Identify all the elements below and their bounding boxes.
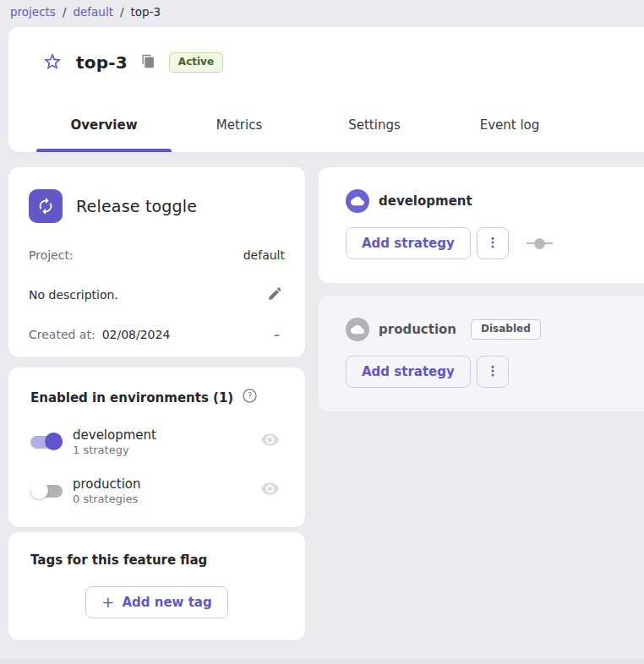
tab-overview[interactable]: Overview	[36, 98, 172, 152]
page-title: top-3	[76, 52, 128, 73]
breadcrumb-separator: /	[63, 5, 67, 19]
eye-icon[interactable]	[260, 479, 280, 502]
three-dots-menu-icon	[485, 233, 500, 254]
description-text: No description.	[29, 288, 118, 302]
add-strategy-label: Add strategy	[362, 236, 455, 251]
flag-info-card: Release toggle Project: default No descr…	[8, 167, 305, 357]
environment-strategy-count: 1 strategy	[73, 444, 260, 456]
empty-value-dash: –	[274, 328, 285, 341]
project-label: Project:	[29, 248, 74, 262]
development-toggle[interactable]	[30, 433, 63, 451]
pencil-icon	[267, 286, 283, 304]
favorite-star-button[interactable]	[41, 50, 64, 76]
breadcrumb-current: top-3	[131, 5, 161, 19]
feature-flag-page: projects / default / top-3 top-3 Active …	[0, 0, 644, 664]
breadcrumb-separator: /	[120, 5, 124, 19]
tab-event-log[interactable]: Event log	[442, 98, 577, 152]
sync-arrows-icon	[29, 189, 63, 223]
environment-row-development: development 1 strategy	[30, 427, 283, 456]
environment-panel-name: production	[379, 322, 456, 337]
production-strategies-panel: production Disabled Add strategy	[319, 296, 644, 411]
created-row: Created at: 02/08/2024 –	[29, 328, 285, 341]
created-label: Created at:	[29, 328, 96, 341]
development-strategies-panel: development Add strategy	[319, 167, 644, 283]
edit-description-button[interactable]	[265, 284, 285, 306]
add-strategy-label: Add strategy	[362, 364, 455, 379]
flag-header-card: top-3 Active Overview Metrics Settings E…	[8, 27, 644, 152]
tab-settings[interactable]: Settings	[307, 98, 442, 152]
add-new-tag-button[interactable]: + Add new tag	[85, 586, 227, 618]
strategy-connector-node	[527, 238, 553, 249]
environments-card-title: Enabled in environments (1)	[30, 390, 233, 405]
tags-card: Tags for this feature flag + Add new tag	[8, 532, 305, 640]
created-value: 02/08/2024	[102, 328, 171, 341]
disabled-badge: Disabled	[471, 319, 541, 339]
copy-icon	[141, 54, 156, 71]
environment-name: development	[73, 427, 260, 444]
environment-strategy-count: 0 strategies	[73, 493, 260, 505]
enabled-environments-card: Enabled in environments (1) ? developmen…	[8, 367, 305, 527]
project-row: Project: default	[29, 248, 285, 262]
star-outline-icon	[42, 52, 63, 74]
environment-name: production	[73, 476, 260, 493]
environment-menu-button[interactable]	[477, 356, 509, 388]
three-dots-menu-icon	[485, 362, 500, 383]
left-column: Release toggle Project: default No descr…	[8, 167, 305, 640]
flag-title-row: top-3 Active	[8, 27, 644, 98]
breadcrumb-link-default[interactable]: default	[73, 5, 113, 19]
status-badge: Active	[169, 52, 223, 72]
plus-icon: +	[101, 595, 114, 610]
add-strategy-button-development[interactable]: Add strategy	[346, 227, 471, 259]
description-row: No description.	[29, 284, 285, 306]
cloud-icon	[346, 189, 369, 213]
eye-icon[interactable]	[260, 430, 280, 453]
environment-row-production: production 0 strategies	[30, 476, 283, 505]
copy-name-button[interactable]	[139, 52, 157, 73]
breadcrumb-link-projects[interactable]: projects	[10, 5, 56, 19]
project-value: default	[243, 248, 285, 262]
overview-content: Release toggle Project: default No descr…	[8, 167, 644, 640]
question-circle-icon[interactable]: ?	[242, 388, 258, 407]
page-bottom-edge	[0, 659, 644, 664]
tags-card-title: Tags for this feature flag	[30, 552, 283, 568]
environment-menu-button[interactable]	[477, 227, 509, 259]
cloud-icon	[346, 318, 369, 341]
add-strategy-button-production[interactable]: Add strategy	[346, 356, 471, 388]
right-column: development Add strategy	[319, 167, 644, 411]
flag-type-label: Release toggle	[76, 197, 197, 215]
environment-panel-name: development	[379, 193, 472, 209]
tab-metrics[interactable]: Metrics	[172, 98, 307, 152]
svg-text:?: ?	[248, 391, 252, 400]
tab-bar: Overview Metrics Settings Event log	[36, 98, 644, 152]
breadcrumb: projects / default / top-3	[0, 0, 644, 19]
production-toggle[interactable]	[30, 482, 63, 500]
add-new-tag-label: Add new tag	[122, 595, 211, 610]
